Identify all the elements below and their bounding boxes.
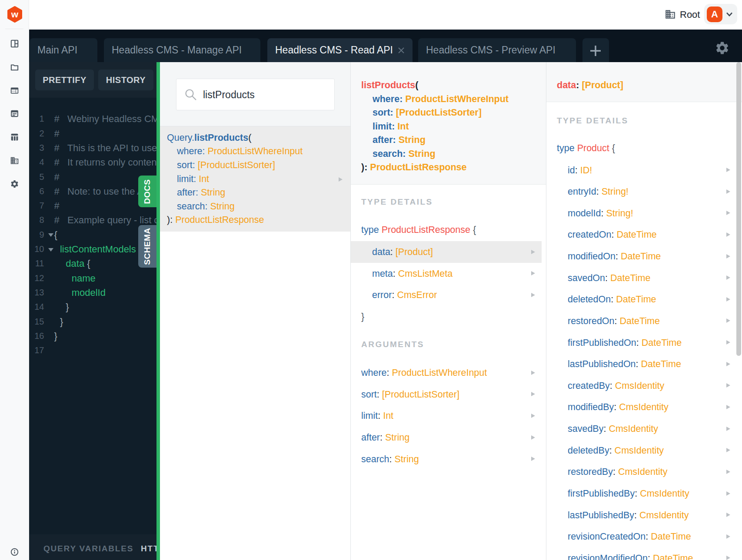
svg-text:w: w: [11, 9, 19, 19]
